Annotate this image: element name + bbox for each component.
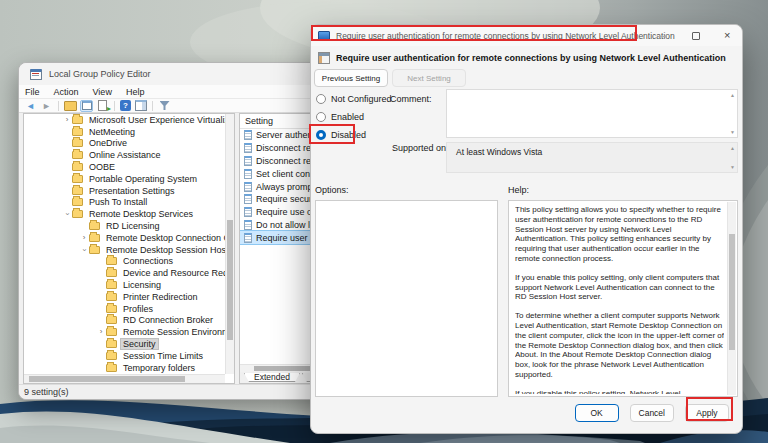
folder-icon [106, 352, 117, 360]
tree-item[interactable]: RD Connection Broker [24, 315, 225, 327]
forward-arrow-icon[interactable] [40, 100, 53, 112]
radio-enabled[interactable]: Enabled [316, 111, 392, 123]
policy-doc-icon [244, 182, 252, 192]
toolbar-separator [152, 101, 153, 111]
tree-item[interactable]: Licensing [24, 279, 225, 291]
previous-setting-button[interactable]: Previous Setting [314, 69, 388, 87]
policy-doc-icon [244, 220, 252, 230]
dialog-title: Require user authentication for remote c… [336, 31, 675, 41]
menu-view[interactable]: View [93, 87, 120, 97]
tree-vertical-scrollbar[interactable] [225, 114, 234, 374]
help-paragraph: If you disable this policy setting, Netw… [515, 389, 724, 394]
back-arrow-icon[interactable] [24, 100, 37, 112]
scroll-up-icon[interactable]: ▲ [730, 92, 735, 98]
chevron-collapsed-icon[interactable]: › [96, 328, 106, 336]
tree-item-label: Remote Desktop Services [87, 209, 195, 219]
tree-item[interactable]: ›Remote Desktop Connection Client [24, 232, 225, 244]
tree-item[interactable]: OOBE [24, 161, 225, 173]
tree-item[interactable]: Online Assistance [24, 149, 225, 161]
folder-icon [72, 163, 83, 171]
export-list-icon[interactable] [96, 100, 109, 112]
help-label: Help: [508, 185, 529, 195]
supported-on-box: At least Windows Vista ▲ ▼ [446, 142, 738, 173]
up-folder-icon[interactable] [64, 100, 77, 112]
tree-item[interactable]: Security [24, 338, 225, 350]
folder-icon [72, 139, 83, 147]
tree-item-label: Remote Desktop Connection Client [104, 233, 225, 243]
chevron-expanded-icon[interactable]: › [80, 245, 88, 255]
supported-on-label: Supported on: [392, 143, 449, 153]
tree-horizontal-scrollbar[interactable] [24, 374, 225, 383]
tree-item[interactable]: Push To Install [24, 197, 225, 209]
tree-item[interactable]: Connections [24, 256, 225, 268]
folder-icon [72, 151, 83, 159]
tree-item[interactable]: Portable Operating System [24, 173, 225, 185]
folder-icon [106, 364, 117, 372]
scroll-down-icon[interactable]: ▼ [730, 129, 735, 135]
tree-item-label: RD Connection Broker [121, 315, 215, 325]
tree-item[interactable]: Temporary folders [24, 362, 225, 374]
maximize-icon[interactable] [692, 32, 700, 40]
apply-button[interactable]: Apply [685, 404, 729, 422]
tree-item[interactable]: Profiles [24, 303, 225, 315]
cancel-button[interactable]: Cancel [630, 404, 674, 422]
policy-setting-icon [318, 52, 330, 64]
tree-item[interactable]: ›Remote Session Environment [24, 326, 225, 338]
dialog-titlebar[interactable]: Require user authentication for remote c… [311, 25, 742, 46]
tree-horizontal-scrollbar-thumb[interactable] [29, 376, 185, 382]
tab-extended[interactable]: Extended [244, 373, 300, 382]
help-panel: This policy setting allows you to specif… [508, 200, 738, 397]
tree-item[interactable]: Printer Redirection [24, 291, 225, 303]
tree-item-label: OneDrive [87, 138, 129, 148]
radio-not-configured[interactable]: Not Configured [316, 93, 392, 105]
policy-doc-icon [244, 233, 252, 243]
console-tree-icon[interactable] [80, 100, 93, 112]
tree-item[interactable]: RD Licensing [24, 220, 225, 232]
menu-help[interactable]: Help [126, 87, 153, 97]
scroll-down-icon: ▼ [730, 164, 735, 170]
tree-items: ›Microsoft User Experience Virtualizatio… [24, 114, 225, 374]
chevron-collapsed-icon[interactable]: › [79, 234, 89, 242]
help-scrollbar-thumb[interactable] [729, 234, 735, 350]
folder-icon [89, 222, 100, 230]
chevron-collapsed-icon[interactable]: › [62, 116, 72, 124]
settings-horizontal-scrollbar-thumb[interactable] [254, 366, 312, 371]
folder-icon [106, 316, 117, 324]
gpe-window-title: Local Group Policy Editor [49, 69, 151, 79]
folder-icon [72, 128, 83, 136]
ok-button[interactable]: OK [575, 404, 619, 422]
chevron-expanded-icon[interactable]: › [63, 209, 71, 219]
tree-item[interactable]: ›Remote Desktop Services [24, 208, 225, 220]
tree-item[interactable]: Presentation Settings [24, 185, 225, 197]
tree-item-label: NetMeeting [87, 127, 137, 137]
menu-action[interactable]: Action [54, 87, 87, 97]
tree-item[interactable]: Session Time Limits [24, 350, 225, 362]
menu-file[interactable]: File [25, 87, 48, 97]
close-icon[interactable]: × [724, 29, 730, 42]
scroll-up-icon: ▲ [730, 145, 735, 151]
tree-item-label: Presentation Settings [87, 186, 177, 196]
radio-icon [316, 112, 326, 122]
toolbar-separator [114, 101, 115, 111]
help-scrollbar[interactable] [727, 202, 736, 395]
tree-item-label: Remote Desktop Session Host [104, 245, 225, 255]
tree-item[interactable]: Device and Resource Redirection [24, 267, 225, 279]
radio-disabled[interactable]: Disabled [316, 129, 392, 141]
filter-icon[interactable] [158, 100, 171, 112]
minimize-icon[interactable] [658, 36, 667, 37]
action-pane-icon[interactable] [134, 100, 147, 112]
tree-vertical-scrollbar-thumb[interactable] [227, 220, 233, 340]
tree-item[interactable]: OneDrive [24, 138, 225, 150]
tree-item[interactable]: ›Microsoft User Experience Virtualizatio… [24, 114, 225, 126]
tree-item-label: Session Time Limits [121, 351, 205, 361]
tree-item[interactable]: NetMeeting [24, 126, 225, 138]
supported-on-value: At least Windows Vista [447, 143, 737, 157]
help-icon[interactable] [120, 100, 131, 111]
tree-item-label: OOBE [87, 162, 117, 172]
comment-textarea[interactable]: ▲ ▼ [446, 89, 738, 138]
policy-doc-icon [244, 143, 252, 153]
next-setting-button: Next Setting [392, 69, 466, 87]
tree-item-label: Portable Operating System [87, 174, 199, 184]
tree-item[interactable]: ›Remote Desktop Session Host [24, 244, 225, 256]
tree-item-label: Device and Resource Redirection [121, 268, 225, 278]
